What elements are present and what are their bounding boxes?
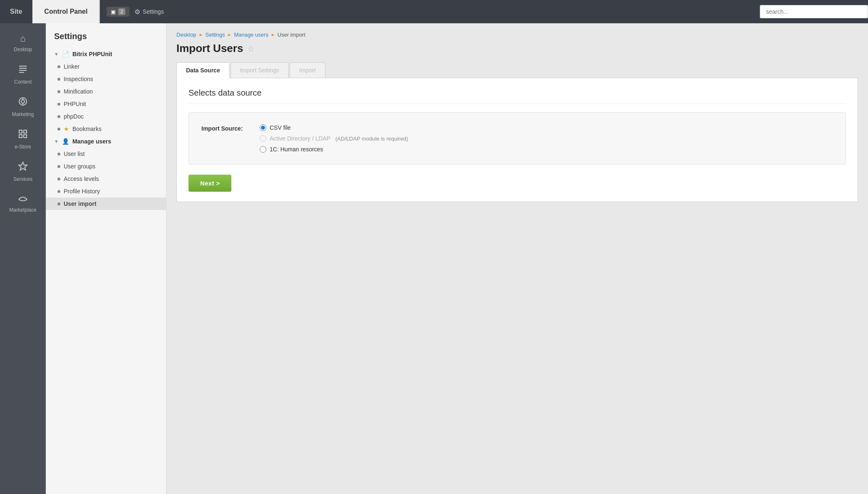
svg-marker-12	[19, 162, 27, 170]
search-input[interactable]	[760, 5, 868, 18]
dot-icon	[57, 90, 60, 93]
dot-icon	[57, 153, 60, 156]
chevron-down-icon: ▼	[54, 139, 59, 144]
sidebar-item-inspections-label: Inspections	[64, 76, 93, 82]
search-area	[760, 5, 868, 18]
topbar: Site Control Panel ▣ 2 ⚙ Settings	[0, 0, 868, 23]
breadcrumb-sep-2: ►	[228, 32, 232, 37]
radio-1c-input[interactable]	[260, 146, 266, 153]
svg-rect-10	[19, 135, 22, 138]
dot-icon	[57, 128, 60, 131]
sidebar-item-phpunit[interactable]: PHPUnit	[46, 98, 166, 110]
badge-button[interactable]: ▣ 2	[107, 7, 129, 17]
star-icon: ★	[64, 126, 69, 132]
home-icon: ⌂	[20, 33, 25, 44]
tab-data-source-label: Data Source	[186, 67, 220, 74]
sidebar-item-marketing[interactable]: Marketing	[0, 91, 46, 123]
sidebar-item-content-label: Content	[14, 79, 32, 85]
sidebar-section-manage-users[interactable]: ▼ 👤 Manage users	[46, 135, 166, 148]
breadcrumb-sep-1: ►	[199, 32, 203, 37]
settings-link[interactable]: ⚙ Settings	[134, 8, 164, 16]
radio-csv-label: CSV file	[270, 124, 291, 131]
svg-point-5	[21, 100, 25, 103]
sidebar-item-phpunit-label: PHPUnit	[64, 101, 86, 107]
sidebar-item-linker-label: Linker	[64, 63, 79, 70]
sidebar-item-user-list-label: User list	[64, 151, 85, 157]
next-button[interactable]: Next >	[188, 175, 231, 192]
radio-ldap-label: Active Directory / LDAP	[270, 135, 330, 142]
sidebar-item-access-levels[interactable]: Access levels	[46, 173, 166, 185]
sidebar-item-linker[interactable]: Linker	[46, 60, 166, 73]
sidebar-item-marketplace[interactable]: Marketplace	[0, 188, 46, 219]
sidebar-item-user-import-label: User import	[64, 200, 97, 207]
sidebar-item-minification[interactable]: Minification	[46, 85, 166, 98]
dot-icon	[57, 65, 60, 68]
main-content: Desktop ► Settings ► Manage users ► User…	[166, 23, 868, 494]
dot-icon	[57, 190, 60, 193]
sidebar-item-services-label: Services	[13, 176, 32, 182]
radio-1c-label: 1C: Human resorces	[270, 146, 323, 153]
person-icon: 👤	[62, 138, 69, 145]
sidebar-item-access-levels-label: Access levels	[64, 175, 99, 182]
icon-sidebar: ⌂ Desktop Content Marketing e-Store Se	[0, 23, 46, 494]
radio-csv-input[interactable]	[260, 124, 266, 131]
favorite-star-icon[interactable]: ☆	[247, 44, 255, 54]
control-panel-label: Control Panel	[44, 8, 87, 15]
estore-icon	[18, 129, 28, 141]
svg-rect-9	[24, 130, 27, 133]
radio-ldap-input	[260, 135, 266, 142]
sidebar-item-user-groups-label: User groups	[64, 163, 95, 170]
breadcrumb-settings[interactable]: Settings	[206, 32, 225, 38]
sidebar-item-user-groups[interactable]: User groups	[46, 160, 166, 173]
sidebar-item-content[interactable]: Content	[0, 58, 46, 91]
breadcrumb-sep-3: ►	[271, 32, 275, 37]
sidebar-item-bookmarks[interactable]: ★ Bookmarks	[46, 123, 166, 135]
svg-rect-11	[24, 135, 27, 138]
dot-icon	[57, 78, 60, 81]
doc-icon: 📄	[62, 51, 69, 57]
page-title: Import Users	[176, 42, 243, 55]
radio-1c[interactable]: 1C: Human resorces	[260, 146, 408, 153]
sidebar-item-estore[interactable]: e-Store	[0, 123, 46, 156]
site-tab[interactable]: Site	[0, 0, 32, 23]
sidebar-item-user-list[interactable]: User list	[46, 148, 166, 160]
content-panel: Selects data source Import Source: CSV f…	[176, 78, 858, 202]
tab-data-source[interactable]: Data Source	[176, 62, 230, 78]
svg-rect-1	[19, 68, 27, 69]
sidebar-item-phpdoc[interactable]: phpDoc	[46, 110, 166, 123]
dot-icon	[57, 115, 60, 118]
sidebar-item-profile-history-label: Profile History	[64, 188, 100, 195]
svg-rect-2	[19, 70, 27, 71]
svg-rect-0	[19, 66, 27, 67]
badge-icon: ▣	[111, 9, 116, 15]
breadcrumb-user-import: User import	[278, 32, 305, 38]
dot-icon	[57, 203, 60, 205]
radio-csv[interactable]: CSV file	[260, 124, 408, 131]
sidebar-item-desktop[interactable]: ⌂ Desktop	[0, 27, 46, 58]
import-source-options: CSV file Active Directory / LDAP (AD/LDA…	[260, 124, 408, 153]
sidebar-item-marketing-label: Marketing	[12, 111, 34, 117]
settings-label: Settings	[143, 8, 164, 15]
import-source-box: Import Source: CSV file Active Directory…	[188, 112, 846, 165]
content-icon	[18, 64, 28, 77]
sidebar-item-user-import[interactable]: User import	[46, 198, 166, 210]
sidebar-item-desktop-label: Desktop	[14, 47, 32, 52]
sidebar-item-profile-history[interactable]: Profile History	[46, 185, 166, 198]
settings-sidebar: Settings ▼ 📄 Bitrix PHPUnit Linker Inspe…	[46, 23, 166, 494]
tab-import: Import	[290, 62, 325, 78]
breadcrumb-desktop[interactable]: Desktop	[176, 32, 196, 38]
sidebar-item-bookmarks-label: Bookmarks	[72, 126, 102, 132]
sidebar-item-services[interactable]: Services	[0, 156, 46, 188]
tab-import-settings: Import Settings	[231, 62, 289, 78]
tab-import-settings-label: Import Settings	[240, 67, 279, 74]
breadcrumb-manage-users[interactable]: Manage users	[234, 32, 268, 38]
breadcrumb: Desktop ► Settings ► Manage users ► User…	[176, 32, 858, 38]
sidebar-section-bitrix-phpunit[interactable]: ▼ 📄 Bitrix PHPUnit	[46, 48, 166, 60]
gear-icon: ⚙	[134, 8, 140, 16]
site-label: Site	[10, 8, 22, 15]
sidebar-item-inspections[interactable]: Inspections	[46, 73, 166, 85]
dot-icon	[57, 165, 60, 168]
chevron-down-icon: ▼	[54, 52, 59, 57]
sidebar-item-marketplace-label: Marketplace	[9, 207, 36, 213]
control-panel-tab[interactable]: Control Panel	[32, 0, 100, 23]
